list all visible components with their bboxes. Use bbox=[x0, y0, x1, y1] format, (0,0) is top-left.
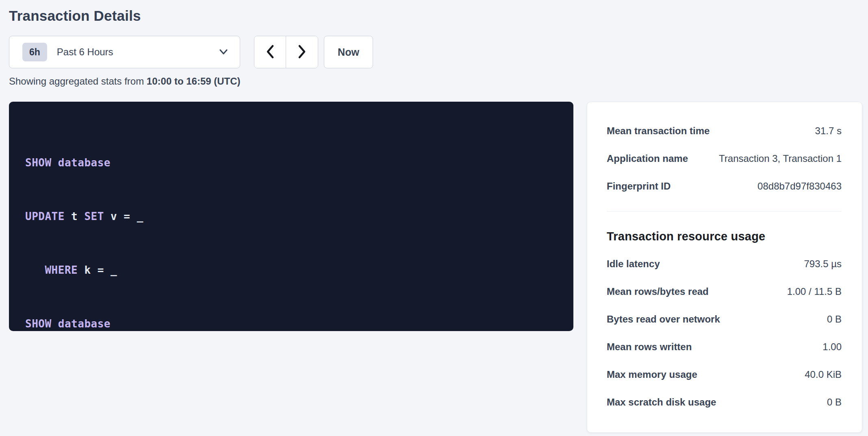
stat-value: 1.00 bbox=[822, 341, 842, 353]
stat-value: 1.00 / 11.5 B bbox=[787, 286, 842, 297]
stat-row-mean-transaction-time: Mean transaction time 31.7 s bbox=[607, 117, 842, 145]
sql-keyword: SHOW database bbox=[25, 318, 111, 330]
stat-label: Bytes read over network bbox=[607, 314, 728, 325]
stat-row-bytes-read-over-network: Bytes read over network 0 B bbox=[607, 305, 842, 333]
sql-keyword: SHOW database bbox=[25, 157, 111, 169]
stat-label: Mean rows/bytes read bbox=[607, 286, 717, 297]
sql-text: t bbox=[65, 210, 84, 222]
previous-range-button[interactable] bbox=[254, 36, 286, 68]
sql-line: SHOW database bbox=[25, 315, 557, 331]
chevron-right-icon bbox=[297, 44, 307, 60]
page-title: Transaction Details bbox=[9, 7, 862, 25]
aggregated-stats-caption: Showing aggregated stats from 10:00 to 1… bbox=[9, 75, 862, 87]
stat-label: Mean rows written bbox=[607, 341, 700, 353]
sql-keyword: WHERE bbox=[45, 264, 78, 276]
sql-line: WHERE k = _ bbox=[25, 261, 557, 279]
caption-prefix: Showing aggregated stats from bbox=[9, 76, 147, 87]
stat-label: Max memory usage bbox=[607, 369, 705, 380]
sql-text bbox=[25, 264, 45, 276]
sql-text: v = _ bbox=[104, 210, 143, 222]
stat-row-application-name: Application name Transaction 3, Transact… bbox=[607, 145, 842, 172]
caption-range: 10:00 to 16:59 (UTC) bbox=[147, 76, 241, 87]
time-controls-row: 6h Past 6 Hours bbox=[9, 36, 862, 68]
now-button[interactable]: Now bbox=[324, 36, 373, 68]
stat-value: Transaction 3, Transaction 1 bbox=[719, 153, 842, 164]
stat-value: 0 B bbox=[827, 314, 842, 325]
stat-label: Fingerprint ID bbox=[607, 181, 679, 192]
time-range-badge: 6h bbox=[22, 43, 47, 61]
stat-row-max-memory-usage: Max memory usage 40.0 KiB bbox=[607, 361, 842, 388]
stat-row-mean-rows-bytes-read: Mean rows/bytes read 1.00 / 11.5 B bbox=[607, 278, 842, 305]
transaction-stats-panel: Mean transaction time 31.7 s Application… bbox=[587, 102, 862, 433]
stat-row-fingerprint-id: Fingerprint ID 08d8b7d97f830463 bbox=[607, 172, 842, 200]
next-range-button[interactable] bbox=[286, 36, 318, 68]
chevron-left-icon bbox=[265, 44, 275, 60]
transaction-details-page: Transaction Details 6h Past 6 Hours bbox=[0, 0, 868, 433]
sql-line: SHOW database bbox=[25, 154, 557, 172]
chevron-down-icon bbox=[219, 49, 228, 55]
stat-value: 08d8b7d97f830463 bbox=[757, 181, 842, 192]
time-range-stepper bbox=[254, 36, 318, 68]
panel-divider bbox=[607, 211, 842, 211]
stat-value: 793.5 µs bbox=[804, 258, 842, 270]
stat-label: Idle latency bbox=[607, 258, 668, 270]
sql-keyword: UPDATE bbox=[25, 210, 65, 222]
sql-keyword: SET bbox=[84, 210, 104, 222]
time-range-label: Past 6 Hours bbox=[57, 46, 113, 58]
sql-text: k = _ bbox=[78, 264, 117, 276]
stat-row-mean-rows-written: Mean rows written 1.00 bbox=[607, 333, 842, 361]
time-range-select[interactable]: 6h Past 6 Hours bbox=[9, 36, 240, 68]
stat-label: Application name bbox=[607, 153, 696, 164]
stat-label: Max scratch disk usage bbox=[607, 397, 724, 408]
sql-line: UPDATE t SET v = _ bbox=[25, 207, 557, 225]
stat-row-idle-latency: Idle latency 793.5 µs bbox=[607, 250, 842, 278]
stat-label: Mean transaction time bbox=[607, 125, 718, 137]
stat-value: 0 B bbox=[827, 397, 842, 408]
stat-value: 31.7 s bbox=[815, 125, 842, 137]
resource-usage-heading: Transaction resource usage bbox=[607, 222, 842, 250]
main-content: SHOW database UPDATE t SET v = _ WHERE k… bbox=[9, 102, 862, 433]
sql-statement-box: SHOW database UPDATE t SET v = _ WHERE k… bbox=[9, 102, 573, 331]
stat-row-max-scratch-disk-usage: Max scratch disk usage 0 B bbox=[607, 388, 842, 416]
stat-value: 40.0 KiB bbox=[805, 369, 842, 380]
